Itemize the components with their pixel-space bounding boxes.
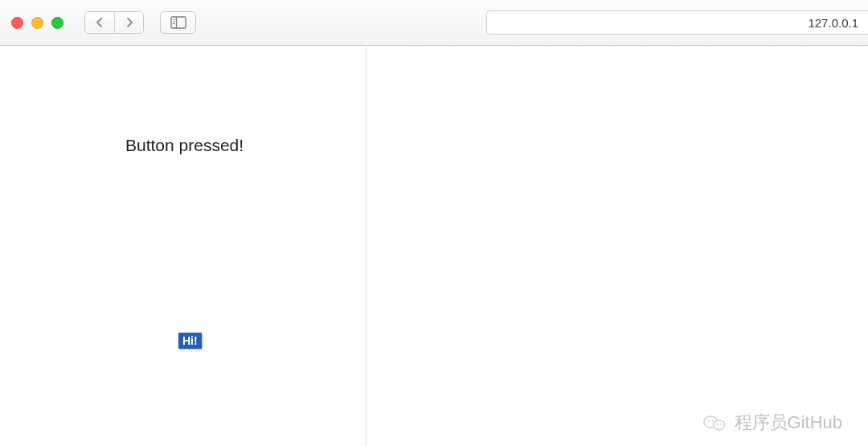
address-bar-container: 127.0.0.1 bbox=[486, 10, 868, 35]
svg-rect-0 bbox=[171, 17, 186, 28]
content-area: Button pressed! Hi! 程序员GitHub bbox=[0, 46, 868, 446]
forward-button[interactable] bbox=[114, 12, 143, 33]
address-text: 127.0.0.1 bbox=[808, 16, 858, 30]
window-controls bbox=[11, 17, 63, 29]
chevron-right-icon bbox=[125, 17, 134, 28]
status-message: Button pressed! bbox=[125, 136, 244, 155]
hi-button[interactable]: Hi! bbox=[178, 333, 202, 349]
right-pane bbox=[365, 46, 868, 446]
browser-toolbar: 127.0.0.1 bbox=[0, 0, 868, 46]
wechat-icon bbox=[702, 411, 727, 435]
sidebar-toggle-button[interactable] bbox=[160, 11, 196, 34]
maximize-window-button[interactable] bbox=[51, 17, 63, 29]
sidebar-icon bbox=[170, 16, 186, 29]
watermark-text: 程序员GitHub bbox=[735, 411, 842, 435]
minimize-window-button[interactable] bbox=[31, 17, 43, 29]
chevron-left-icon bbox=[95, 17, 104, 28]
svg-point-8 bbox=[711, 420, 713, 422]
left-pane: Button pressed! Hi! bbox=[0, 46, 365, 446]
svg-point-10 bbox=[720, 423, 722, 425]
svg-point-7 bbox=[708, 420, 710, 422]
svg-point-6 bbox=[713, 420, 724, 430]
watermark: 程序员GitHub bbox=[702, 411, 842, 435]
nav-buttons-group bbox=[84, 11, 144, 34]
close-window-button[interactable] bbox=[11, 17, 23, 29]
back-button[interactable] bbox=[85, 12, 114, 33]
address-bar[interactable]: 127.0.0.1 bbox=[486, 10, 868, 35]
svg-point-9 bbox=[716, 423, 718, 425]
